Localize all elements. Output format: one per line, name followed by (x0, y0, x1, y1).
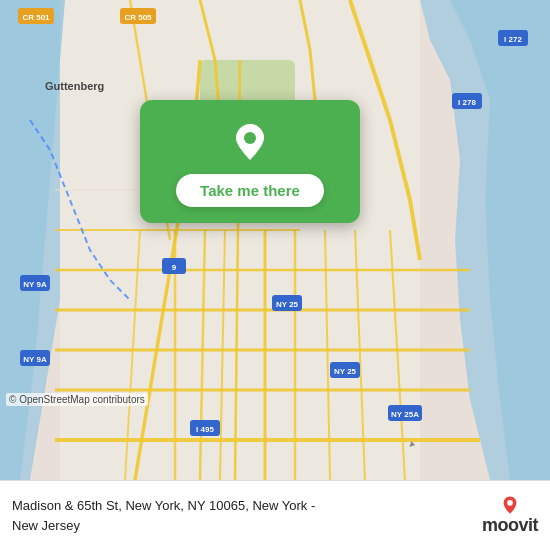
svg-text:NY 9A: NY 9A (23, 355, 47, 364)
svg-text:NY 9A: NY 9A (23, 280, 47, 289)
address-text: Madison & 65th St, New York, NY 10065, N… (12, 496, 472, 535)
map-svg: CR 501 CR 505 I 278 I 272 9 NY 9A NY 9A … (0, 0, 550, 480)
svg-text:NY 25: NY 25 (334, 367, 357, 376)
moovit-logo-text: moovit (482, 515, 538, 536)
take-me-there-button[interactable]: Take me there (176, 174, 324, 207)
location-pin-icon (228, 120, 272, 164)
svg-text:CR 501: CR 501 (22, 13, 50, 22)
svg-text:I 272: I 272 (504, 35, 522, 44)
popup-card: Take me there (140, 100, 360, 223)
svg-text:CR 505: CR 505 (124, 13, 152, 22)
svg-text:9: 9 (172, 263, 177, 272)
svg-text:NY 25: NY 25 (276, 300, 299, 309)
address-line2: New Jersey (12, 518, 80, 533)
svg-point-51 (507, 500, 513, 506)
svg-point-50 (244, 132, 256, 144)
svg-text:Guttenberg: Guttenberg (45, 80, 104, 92)
address-line1: Madison & 65th St, New York, NY 10065, N… (12, 498, 315, 513)
copyright-text: © OpenStreetMap contributors (6, 393, 148, 406)
svg-text:I 495: I 495 (196, 425, 214, 434)
moovit-pin-icon (500, 495, 520, 515)
info-bar: Madison & 65th St, New York, NY 10065, N… (0, 480, 550, 550)
svg-text:I 278: I 278 (458, 98, 476, 107)
moovit-logo: moovit (482, 495, 538, 536)
svg-text:NY 25A: NY 25A (391, 410, 419, 419)
map-container: CR 501 CR 505 I 278 I 272 9 NY 9A NY 9A … (0, 0, 550, 480)
